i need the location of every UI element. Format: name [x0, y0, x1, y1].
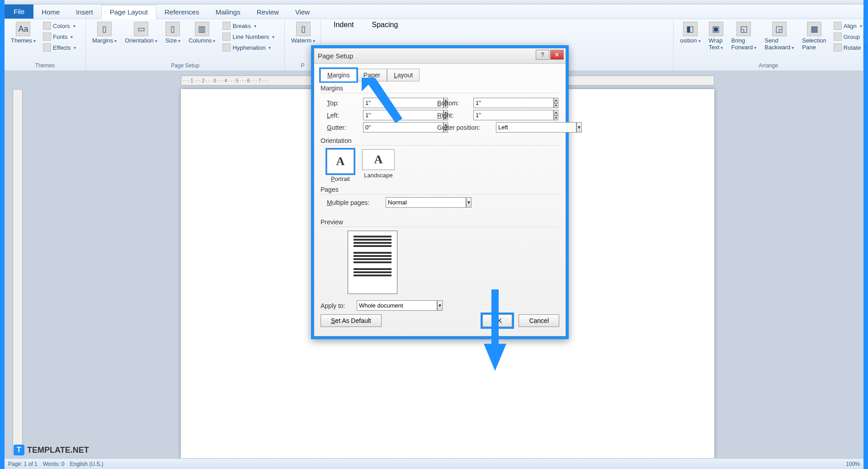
fonts-button[interactable]: Fonts [41, 32, 78, 42]
breaks-button[interactable]: Breaks [221, 21, 276, 31]
forward-icon: ◱ [736, 22, 751, 36]
titlebar [5, 0, 863, 5]
spinner-up-icon[interactable]: ▲ [554, 98, 558, 103]
left-spinner[interactable]: ▲▼ [363, 110, 417, 120]
page-setup-dialog: Page Setup ? ✕ Margins Paper Layout Marg… [314, 48, 566, 336]
multiple-pages-label: Multiple pages: [327, 199, 381, 206]
right-label: Right: [437, 112, 469, 119]
cancel-button[interactable]: Cancel [519, 314, 559, 327]
dropdown-icon[interactable]: ▼ [437, 300, 443, 311]
send-backward-button[interactable]: ◲Send Backward [762, 21, 797, 52]
watermark-icon: ▯ [296, 22, 311, 36]
bottom-label: Bottom: [437, 99, 469, 107]
section-preview-label: Preview [321, 218, 559, 227]
selection-icon: ▦ [807, 22, 821, 36]
status-page[interactable]: Page: 1 of 1 [8, 461, 38, 467]
multiple-pages-input[interactable] [386, 197, 466, 208]
tab-references[interactable]: References [156, 5, 208, 19]
orientation-button[interactable]: ▭Orientation [122, 21, 160, 45]
columns-button[interactable]: ▥Columns [186, 21, 218, 45]
tab-home[interactable]: Home [33, 5, 68, 19]
dialog-close-button[interactable]: ✕ [550, 50, 564, 60]
bottom-input[interactable] [473, 98, 554, 108]
bring-forward-button[interactable]: ◱Bring Forward [729, 21, 760, 52]
line-numbers-button[interactable]: Line Numbers [221, 32, 276, 42]
watermark-button[interactable]: ▯Waterm [288, 21, 318, 45]
tab-view[interactable]: View [287, 5, 318, 19]
orientation-portrait[interactable]: A Portrait [327, 149, 354, 182]
indent-label: Indent [334, 21, 354, 29]
size-button[interactable]: ▯Size [163, 21, 183, 45]
page-setup-dialog-frame: Page Setup ? ✕ Margins Paper Layout Marg… [311, 45, 569, 339]
spacing-label: Spacing [372, 21, 398, 29]
tab-mailings[interactable]: Mailings [208, 5, 249, 19]
gutter-label: Gutter: [327, 124, 359, 131]
vertical-ruler[interactable] [13, 89, 23, 454]
preview-thumbnail [348, 231, 397, 294]
dropdown-icon[interactable]: ▼ [466, 197, 472, 208]
section-margins-label: Margins [321, 85, 559, 93]
orientation-landscape[interactable]: A Landscape [362, 149, 395, 182]
status-words[interactable]: Words: 0 [43, 461, 65, 467]
align-button[interactable]: Align [832, 21, 868, 31]
gutter-spinner[interactable]: ▲▼ [363, 122, 417, 133]
spinner-down-icon[interactable]: ▼ [554, 115, 558, 121]
status-zoom[interactable]: 100% [846, 461, 860, 467]
selection-pane-button[interactable]: ▦Selection Pane [799, 21, 829, 52]
tab-file[interactable]: File [5, 5, 33, 19]
gutter-pos-combo[interactable]: ▼ [496, 122, 550, 133]
effects-button[interactable]: Effects [41, 43, 78, 52]
line-numbers-icon [222, 33, 231, 41]
ribbon-tabs: File Home Insert Page Layout References … [5, 5, 863, 19]
top-spinner[interactable]: ▲▼ [363, 98, 417, 108]
themes-button[interactable]: Aa Themes [8, 21, 38, 45]
right-input[interactable] [473, 110, 554, 120]
tab-insert[interactable]: Insert [68, 5, 101, 19]
dialog-help-button[interactable]: ? [536, 50, 549, 60]
ok-button[interactable]: OK [482, 314, 512, 327]
apply-to-combo[interactable]: ▼ [357, 300, 429, 311]
dialog-tab-paper[interactable]: Paper [357, 69, 387, 81]
multiple-pages-combo[interactable]: ▼ [386, 197, 458, 208]
fonts-icon [43, 33, 51, 41]
rotate-button[interactable]: Rotate [832, 43, 868, 52]
gutter-pos-input[interactable] [496, 122, 576, 133]
tab-review[interactable]: Review [249, 5, 287, 19]
group-button[interactable]: Group [832, 32, 868, 42]
tab-page-layout[interactable]: Page Layout [101, 5, 156, 19]
landscape-icon: A [362, 149, 395, 170]
margins-button[interactable]: ▯Margins [90, 21, 119, 45]
template-net-watermark: T TEMPLATE.NET [14, 445, 89, 455]
orientation-icon: ▭ [134, 22, 148, 36]
apply-to-input[interactable] [357, 300, 437, 311]
status-lang[interactable]: English (U.S.) [70, 461, 104, 467]
dialog-tab-layout[interactable]: Layout [387, 69, 420, 81]
status-bar: Page: 1 of 1 Words: 0 English (U.S.) 100… [5, 458, 863, 469]
position-button[interactable]: ◧osition [677, 21, 703, 45]
group-icon [834, 33, 842, 41]
left-label: Left: [327, 112, 359, 119]
wrap-icon: ▣ [709, 22, 723, 36]
right-spinner[interactable]: ▲▼ [473, 110, 528, 120]
gutter-pos-label: Gutter position: [437, 124, 491, 131]
hyphenation-button[interactable]: Hyphenation [221, 43, 276, 52]
colors-icon [43, 22, 51, 30]
breaks-icon [222, 22, 231, 30]
dialog-title-text: Page Setup [318, 52, 353, 60]
spinner-up-icon[interactable]: ▲ [554, 110, 558, 115]
backward-icon: ◲ [772, 22, 787, 36]
position-icon: ◧ [683, 22, 698, 36]
colors-button[interactable]: Colors [41, 21, 78, 31]
dropdown-icon[interactable]: ▼ [576, 122, 582, 133]
dialog-tab-margins[interactable]: Margins [321, 69, 357, 81]
wrap-text-button[interactable]: ▣Wrap Text [706, 21, 726, 52]
template-logo-icon: T [14, 445, 24, 455]
align-icon [834, 22, 842, 30]
dialog-titlebar[interactable]: Page Setup ? ✕ [314, 48, 566, 64]
hyphenation-icon [222, 43, 231, 52]
group-themes-label: Themes [8, 62, 82, 70]
spinner-down-icon[interactable]: ▼ [554, 103, 558, 109]
margins-icon: ▯ [97, 22, 112, 36]
bottom-spinner[interactable]: ▲▼ [473, 98, 528, 108]
set-as-default-button[interactable]: Set As Default [321, 314, 382, 327]
